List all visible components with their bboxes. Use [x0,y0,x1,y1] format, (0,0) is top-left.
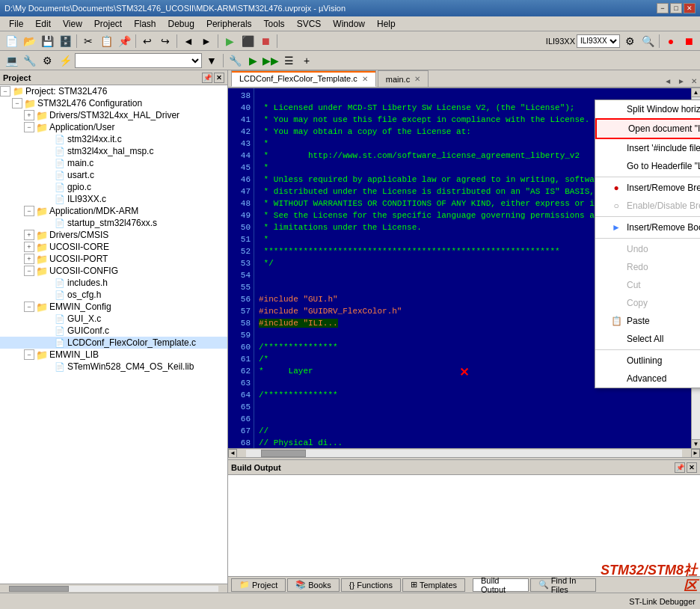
menu-debug[interactable]: Debug [162,17,200,31]
config-options-icon[interactable]: ▼ [203,52,220,69]
tab-right-btn[interactable]: ► [676,76,687,87]
redo-icon[interactable]: ↪ [157,33,174,49]
build-output-pin-icon[interactable]: 📌 [675,462,685,473]
ctx-split-window[interactable]: Split Window horizontally [595,100,700,118]
tree-file-guiconf[interactable]: 📄 GUIConf.c [0,325,227,337]
ctx-select-all[interactable]: Select All Ctrl+A [595,330,700,348]
ctx-undo[interactable]: Undo Ctrl+Z [595,240,700,258]
ctx-goto-header[interactable]: Go to Headerfile "LCDConf_FlexColor_Temp… [595,157,700,175]
expand-config-icon[interactable]: − [12,98,22,108]
tree-ucosii-port[interactable]: + 📁 UCOSII-PORT [0,253,227,265]
ctx-cut[interactable]: Cut Ctrl+X [595,276,700,294]
menu-svcs[interactable]: SVCS [291,17,328,31]
menu-flash[interactable]: Flash [128,17,162,31]
new-file-icon[interactable]: 📄 [3,33,19,49]
cpu-icon[interactable]: 💻 [3,52,19,69]
ctx-insert-include[interactable]: Insert '#include file' ► [595,139,700,157]
flash-icon[interactable]: ⚡ [57,52,73,69]
expand-icon[interactable]: − [0,86,10,97]
v-scroll-down[interactable]: ▼ [692,439,700,448]
ctx-open-document[interactable]: Open document "ILI93XX.h" [595,118,700,139]
plus-icon[interactable]: + [298,52,315,69]
expand-emwinl-icon[interactable]: − [24,349,34,360]
save-all-icon[interactable]: 🗄️ [57,33,73,49]
target-select[interactable]: ILI93XX [577,34,620,48]
tree-file-stemwin[interactable]: 📄 STemWin528_CM4_OS_Keil.lib [0,361,227,373]
tree-config[interactable]: − 📁 STM32L476 Configuration [0,97,227,109]
save-icon[interactable]: 💾 [39,33,55,49]
cut-icon[interactable]: ✂ [80,33,96,49]
h-scroll-track[interactable] [246,450,682,457]
tree-file-startup[interactable]: 📄 startup_stm32l476xx.s [0,217,227,229]
copy-icon[interactable]: 📋 [98,33,114,49]
sidebar-hscroll[interactable] [0,584,227,593]
ctx-advanced[interactable]: Advanced ► [595,370,700,388]
h-scroll-thumb[interactable] [261,450,306,457]
tab-left-btn[interactable]: ◄ [663,76,673,87]
menu-help[interactable]: Help [371,17,402,31]
expand-uconfig-icon[interactable]: − [24,266,34,276]
expand-core-icon[interactable]: + [24,242,34,252]
bottom-tab-templates[interactable]: ⊞ Templates [402,578,465,592]
tree-ucosii-core[interactable]: + 📁 UCOSII-CORE [0,241,227,253]
settings-icon[interactable]: ⚙ [39,52,55,69]
tree-app-user[interactable]: − 📁 Application/User [0,121,227,133]
v-scroll-up[interactable]: ▲ [692,88,700,97]
expand-hal-icon[interactable]: + [24,110,34,120]
tab-main-close[interactable]: ✕ [414,75,420,83]
stop2-icon[interactable]: ⏹ [681,33,697,49]
expand-mdk-icon[interactable]: − [24,206,34,216]
wrench-icon[interactable]: 🔧 [227,52,243,69]
tree-file-it[interactable]: 📄 stm32l4xx.it.c [0,133,227,145]
minimize-button[interactable]: − [657,3,669,13]
bottom-tab-functions[interactable]: {} Functions [341,578,401,592]
tree-emwin-config[interactable]: − 📁 EMWIN_Config [0,301,227,313]
ctx-paste[interactable]: 📋 Paste Ctrl+V [595,312,700,330]
run-icon[interactable]: ▶▶ [262,52,279,69]
tree-ucosii-config[interactable]: − 📁 UCOSII-CONFIG [0,265,227,277]
tab-lcdconf-close[interactable]: ✕ [362,75,368,83]
batch-icon[interactable]: ☰ [280,52,297,69]
menu-view[interactable]: View [57,17,88,31]
ctx-enable-bp[interactable]: ○ Enable/Disable Breakpoint Ctrl+F9 [595,197,700,215]
build-output-content[interactable] [228,475,700,576]
h-scroll-area[interactable]: ◄ ► [228,448,700,457]
h-scroll-right-btn[interactable]: ► [691,449,700,458]
open-icon[interactable]: 📂 [21,33,37,49]
tree-file-guix[interactable]: 📄 GUI_X.c [0,313,227,325]
ctx-outlining[interactable]: Outlining ► [595,352,700,370]
title-bar-buttons[interactable]: − □ ✕ [657,3,696,13]
tree-file-msp[interactable]: 📄 stm32l4xx_hal_msp.c [0,145,227,157]
tab-close-all-btn[interactable]: ✕ [690,76,699,87]
panel-close-icon[interactable]: ✕ [214,73,224,83]
menu-tools[interactable]: Tools [258,17,291,31]
tree-app-mdk[interactable]: − 📁 Application/MDK-ARM [0,205,227,217]
tab-lcdconf[interactable]: LCDConf_FlexColor_Template.c ✕ [231,70,376,87]
maximize-button[interactable]: □ [670,3,682,13]
ctx-breakpoint[interactable]: ● Insert/Remove Breakpoint F9 [595,179,700,197]
panel-pin-icon[interactable]: 📌 [202,73,212,83]
tree-file-usart[interactable]: 📄 usart.c [0,169,227,181]
config-select[interactable]: STM32L476 Configuratio [75,53,202,68]
menu-project[interactable]: Project [88,17,128,31]
record-icon[interactable]: ● [663,33,679,49]
expand-cmsis-icon[interactable]: + [24,230,34,240]
undo-icon[interactable]: ↩ [139,33,156,49]
bottom-tab-books[interactable]: 📚 Books [287,578,340,592]
menu-window[interactable]: Window [327,17,371,31]
nav-back-icon[interactable]: ◄ [180,33,197,49]
nav-fwd-icon[interactable]: ► [198,33,215,49]
tree-drivers-hal[interactable]: + 📁 Drivers/STM32L4xx_HAL_Driver [0,109,227,121]
tree-file-oscfg[interactable]: 📄 os_cfg.h [0,289,227,301]
close-button[interactable]: ✕ [684,3,696,13]
bottom-tab-build[interactable]: Build Output [473,578,529,592]
build-output-close-icon[interactable]: ✕ [687,462,697,473]
bottom-tab-findfiles[interactable]: 🔍 Find In Files [530,578,597,592]
tree-file-gpio[interactable]: 📄 gpio.c [0,181,227,193]
ctx-bookmark[interactable]: ► Insert/Remove Bookmark Ctrl+F2 ► [595,218,700,236]
expand-appuser-icon[interactable]: − [24,122,34,132]
bottom-tab-project[interactable]: 📁 Project [231,578,286,592]
menu-peripherals[interactable]: Peripherals [200,17,258,31]
chip-icon[interactable]: 🔧 [21,52,37,69]
menu-file[interactable]: File [3,17,29,31]
